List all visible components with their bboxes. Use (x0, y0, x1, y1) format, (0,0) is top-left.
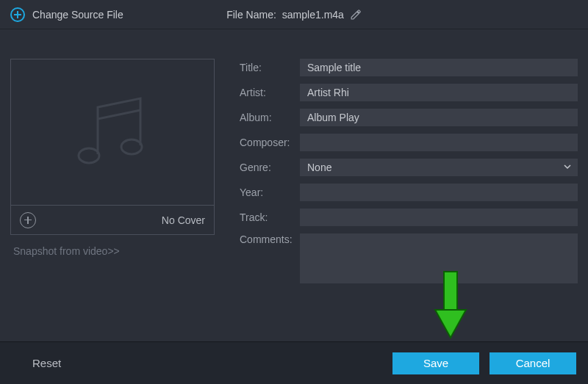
svg-point-0 (79, 148, 99, 163)
label-artist: Artist: (240, 87, 300, 98)
row-composer: Composer: (240, 134, 578, 151)
svg-point-1 (121, 140, 142, 154)
input-composer[interactable] (300, 134, 578, 151)
music-note-icon (61, 81, 164, 184)
metadata-form: Title: Artist: Album: Composer: Genre: N… (240, 59, 578, 291)
snapshot-from-video-link[interactable]: Snapshot from video>> (10, 245, 215, 257)
save-button[interactable]: Save (392, 352, 479, 374)
row-genre: Genre: None (240, 159, 578, 176)
cover-footer: No Cover (11, 205, 214, 234)
label-composer: Composer: (240, 137, 300, 148)
input-comments[interactable] (300, 233, 578, 283)
change-source-label: Change Source File (32, 9, 123, 21)
change-source-file-button[interactable]: Change Source File (10, 7, 123, 22)
label-title: Title: (240, 62, 300, 73)
no-cover-label: No Cover (162, 214, 205, 226)
row-title: Title: (240, 59, 578, 76)
edit-filename-button[interactable] (350, 9, 362, 21)
row-year: Year: (240, 184, 578, 201)
cover-art-placeholder (11, 59, 214, 205)
pencil-icon (350, 9, 362, 21)
row-track: Track: (240, 209, 578, 226)
add-cover-button[interactable] (20, 212, 36, 228)
bottom-bar: Reset Save Cancel (0, 341, 588, 384)
input-year[interactable] (300, 184, 578, 201)
row-artist: Artist: (240, 84, 578, 101)
label-year: Year: (240, 186, 300, 198)
cancel-button[interactable]: Cancel (490, 352, 576, 374)
plus-circle-icon (10, 7, 25, 22)
row-album: Album: (240, 109, 578, 126)
file-name-block: File Name: sample1.m4a (226, 9, 362, 21)
row-comments: Comments: (240, 233, 578, 283)
input-album[interactable] (300, 109, 578, 126)
cover-art-box: No Cover (10, 59, 215, 235)
label-comments: Comments: (240, 233, 300, 245)
main-content: No Cover Snapshot from video>> Title: Ar… (0, 29, 588, 291)
file-name-value: sample1.m4a (282, 9, 344, 21)
reset-button[interactable]: Reset (12, 351, 82, 375)
input-title[interactable] (300, 59, 578, 76)
input-artist[interactable] (300, 84, 578, 101)
select-genre-wrap: None (300, 159, 578, 176)
select-genre[interactable]: None (300, 159, 578, 176)
label-album: Album: (240, 112, 300, 123)
svg-marker-3 (435, 310, 466, 338)
file-name-label: File Name: (226, 9, 276, 21)
input-track[interactable] (300, 209, 578, 226)
cover-column: No Cover Snapshot from video>> (10, 59, 215, 291)
top-bar: Change Source File File Name: sample1.m4… (0, 0, 588, 29)
label-track: Track: (240, 211, 300, 223)
label-genre: Genre: (240, 162, 300, 173)
